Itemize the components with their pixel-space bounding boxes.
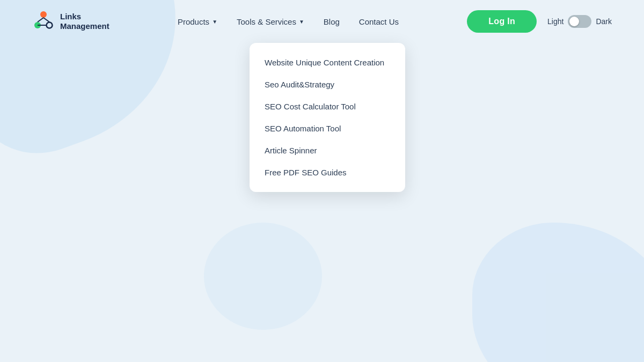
products-label: Products: [178, 17, 209, 26]
blog-label: Blog: [324, 17, 340, 26]
theme-toggle-track[interactable]: [568, 15, 591, 28]
dark-label: Dark: [596, 17, 612, 26]
dropdown-item-5[interactable]: Free PDF SEO Guides: [250, 161, 405, 183]
contact-link[interactable]: Contact Us: [359, 17, 399, 26]
tools-dropdown: Website Unique Content Creation Seo Audi…: [250, 43, 405, 192]
light-label: Light: [547, 17, 564, 26]
svg-point-0: [40, 11, 47, 18]
dropdown-item-4[interactable]: Article Spinner: [250, 139, 405, 161]
dropdown-item-3[interactable]: SEO Automation Tool: [250, 117, 405, 139]
nav-right: Log In Light Dark: [467, 10, 612, 33]
svg-point-2: [47, 23, 53, 28]
products-link[interactable]: Products ▼: [178, 17, 217, 26]
logo[interactable]: Links Management: [32, 10, 109, 33]
dropdown-item-2[interactable]: SEO Cost Calculator Tool: [250, 95, 405, 117]
dropdown-item-1[interactable]: Seo Audit&Strategy: [250, 73, 405, 95]
contact-label: Contact Us: [359, 17, 399, 26]
nav-item-products: Products ▼: [178, 17, 217, 26]
nav-item-blog: Blog: [324, 17, 340, 26]
logo-text: Links Management: [60, 12, 109, 31]
logo-line2: Management: [60, 21, 109, 31]
bg-decoration-3: [204, 223, 322, 330]
tools-chevron-icon: ▼: [299, 19, 304, 25]
bg-decoration-2: [472, 223, 644, 362]
navbar: Links Management Products ▼ Tools & Serv…: [0, 0, 644, 43]
nav-item-tools: Tools & Services ▼: [237, 17, 304, 26]
dropdown-item-0[interactable]: Website Unique Content Creation: [250, 51, 405, 73]
tools-label: Tools & Services: [237, 17, 296, 26]
theme-toggle: Light Dark: [547, 15, 612, 28]
nav-links: Products ▼ Tools & Services ▼ Blog Conta…: [178, 17, 399, 26]
blog-link[interactable]: Blog: [324, 17, 340, 26]
products-chevron-icon: ▼: [212, 19, 217, 25]
logo-line1: Links: [60, 12, 109, 21]
logo-icon: [32, 10, 55, 33]
svg-line-3: [38, 18, 43, 22]
theme-toggle-thumb: [569, 17, 579, 26]
svg-line-4: [43, 18, 49, 22]
dropdown-menu: Website Unique Content Creation Seo Audi…: [250, 43, 405, 192]
nav-item-contact: Contact Us: [359, 17, 399, 26]
login-button[interactable]: Log In: [467, 10, 537, 33]
tools-link[interactable]: Tools & Services ▼: [237, 17, 304, 26]
